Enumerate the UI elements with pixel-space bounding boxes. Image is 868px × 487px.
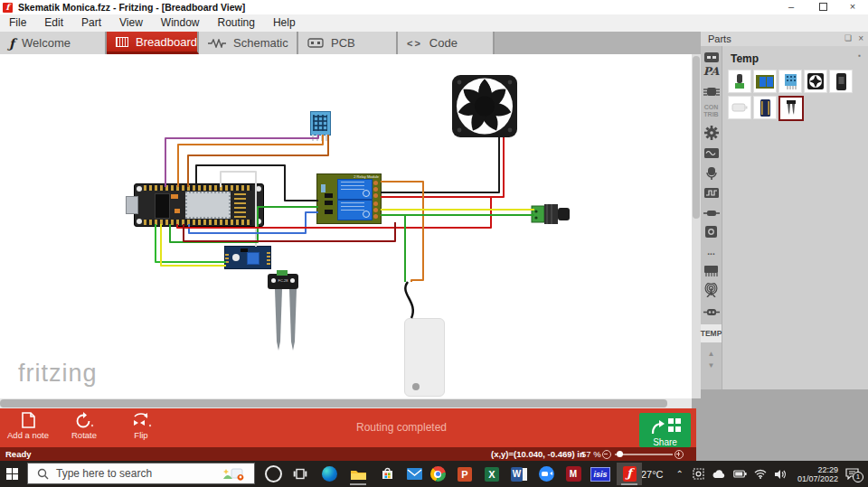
bin-tab-ic-wave[interactable] [701, 144, 722, 162]
taskbar-app-fritzing[interactable]: ƒ [617, 463, 642, 485]
esp-shield [185, 192, 231, 219]
battery-icon[interactable] [733, 469, 747, 479]
parts-panel-header[interactable]: Parts ❏ × [701, 32, 868, 47]
tab-welcome[interactable]: ƒWelcome [0, 32, 107, 54]
float-panel-icon[interactable]: ❏ [844, 33, 852, 42]
taskbar-app-excel[interactable]: X [479, 463, 505, 485]
rotate-button[interactable]: Rotate [58, 411, 110, 440]
bin-tab-temp[interactable]: TEMP [701, 324, 722, 342]
notification-center[interactable]: 1 [845, 468, 859, 480]
onedrive-icon[interactable] [712, 469, 726, 479]
menu-item-window[interactable]: Window [152, 14, 209, 32]
relay-module[interactable]: 2 Relay Module [316, 173, 382, 224]
wifi-icon[interactable] [754, 469, 767, 479]
view-tab-bar: ƒWelcomeBreadboardSchematicPCB<>Code [0, 32, 701, 54]
tab-pcb[interactable]: PCB [298, 32, 398, 54]
bin-tab-gear[interactable] [701, 124, 722, 142]
soil-moisture-module[interactable] [224, 246, 271, 269]
tab-breadboard[interactable]: Breadboard [107, 32, 199, 54]
vertical-scroll-thumb[interactable] [693, 56, 700, 219]
zoom-slider-track[interactable] [615, 454, 673, 455]
taskbar-app-edge[interactable] [316, 463, 342, 485]
menu-item-part[interactable]: Part [72, 14, 110, 32]
taskbar-app-task-view[interactable] [288, 463, 313, 485]
taskbar-clock[interactable]: 22:29 01/07/2022 [797, 465, 838, 483]
share-button[interactable]: Share [639, 413, 691, 447]
bin-tab-mic[interactable] [701, 164, 722, 182]
part-thumbnail-soil-probe[interactable] [778, 96, 804, 121]
battery-pack[interactable] [404, 318, 445, 397]
flip-button[interactable]: Flip [115, 411, 167, 440]
tray-chevron-icon[interactable]: ⌃ [676, 469, 684, 479]
taskbar-app-isis[interactable]: isis [588, 463, 613, 485]
bin-tab-more[interactable]: ... [701, 243, 722, 261]
taskbar-app-mendeley[interactable]: M [561, 463, 586, 485]
bin-tab-ic-pulse[interactable] [701, 183, 722, 201]
restore-button[interactable] [809, 0, 836, 14]
weather-temperature[interactable]: 27°C [641, 469, 664, 480]
bin-tab-button[interactable] [701, 222, 722, 240]
bin-tab-ic[interactable] [701, 261, 722, 279]
routing-status: Routing completed [338, 421, 465, 434]
taskbar-app-file-explorer[interactable] [345, 463, 371, 485]
bin-tab-bug[interactable] [701, 82, 722, 100]
horizontal-scroll-thumb[interactable] [0, 399, 667, 407]
nodemcu-board[interactable] [134, 183, 264, 227]
close-button[interactable]: × [839, 0, 866, 14]
start-button[interactable] [6, 468, 18, 480]
taskbar-app-chrome[interactable] [425, 463, 450, 485]
status-ready: Ready [5, 449, 32, 459]
bin-tab-scroll-down[interactable]: ▼ [701, 356, 722, 374]
taskbar-app-mail[interactable] [401, 463, 427, 485]
bin-tab-plug[interactable] [701, 303, 722, 321]
rotate-icon [74, 411, 94, 429]
minimize-button[interactable]: – [778, 0, 805, 14]
restore-icon [819, 3, 827, 11]
part-thumbnail-battery[interactable] [728, 96, 751, 119]
menu-item-edit[interactable]: Edit [35, 14, 72, 32]
bin-tab-pa[interactable]: PA [701, 62, 722, 80]
bin-tab-resistor[interactable] [701, 204, 722, 222]
menu-item-file[interactable]: File [0, 14, 35, 32]
soil-probe[interactable]: FC-28 [268, 274, 298, 289]
part-thumbnail-fan[interactable] [804, 70, 827, 93]
dc-power-jack[interactable] [529, 201, 572, 228]
relay-1 [337, 179, 373, 200]
fan-component[interactable] [451, 74, 518, 138]
menu-item-routing[interactable]: Routing [209, 14, 264, 32]
bin-tab-antenna[interactable] [701, 281, 722, 299]
add-note-button[interactable]: Add a note [2, 411, 54, 440]
taskbar-app-word[interactable]: W [506, 463, 532, 485]
zoom-in-button[interactable] [675, 450, 684, 459]
horizontal-scrollbar[interactable] [0, 398, 692, 408]
tab-code[interactable]: <>Code [398, 32, 495, 54]
breadboard-canvas[interactable]: fritzing [0, 54, 692, 398]
zoom-out-button[interactable] [602, 450, 611, 459]
vertical-scrollbar[interactable] [692, 54, 701, 398]
taskbar-app-store[interactable] [374, 463, 400, 485]
taskbar-search[interactable]: Type here to search [27, 463, 255, 484]
tab-schematic[interactable]: Schematic [199, 32, 298, 54]
dht11-sensor[interactable] [310, 111, 331, 136]
menu-item-help[interactable]: Help [264, 14, 305, 32]
close-panel-icon[interactable]: × [858, 33, 863, 43]
part-thumbnail-dc-power-jack[interactable] [728, 70, 751, 93]
speaker-icon[interactable] [774, 469, 787, 480]
part-thumbnail-dht11[interactable] [778, 70, 802, 93]
bin-tab-contrib[interactable]: CON TRIB [701, 102, 722, 120]
soil-probe-label: FC-28 [268, 278, 298, 283]
taskbar-app-cortana[interactable] [260, 463, 286, 485]
search-placeholder: Type here to search [56, 467, 152, 480]
cursor-coordinates: (x,y)=(10.040, -0.469) in [491, 449, 585, 459]
tab-label: Breadboard [136, 35, 197, 49]
taskbar-app-powerpoint[interactable]: P [452, 463, 477, 485]
part-thumbnail-nodemcu[interactable] [753, 96, 777, 119]
part-thumbnail-relay-module[interactable] [753, 70, 777, 93]
part-thumbnail-esp-board[interactable] [829, 70, 853, 93]
menu-item-view[interactable]: View [110, 14, 152, 32]
taskbar-app-zoom[interactable] [533, 463, 559, 485]
tray-app-icon[interactable] [693, 468, 704, 480]
fritzing-app-icon: f [3, 3, 13, 13]
bin-menu-icon[interactable]: ▪ [858, 52, 861, 60]
zoom-slider-handle[interactable] [617, 451, 623, 457]
